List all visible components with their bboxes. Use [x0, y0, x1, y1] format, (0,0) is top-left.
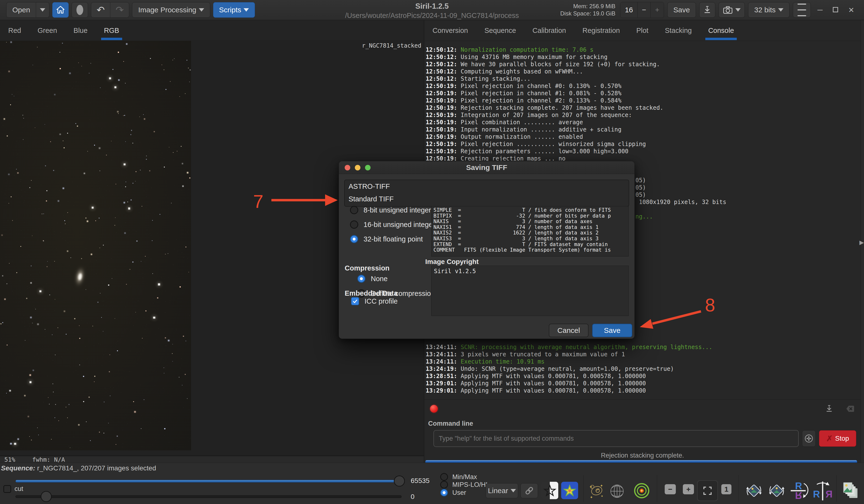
- console-line: 12:50:12: Using 43716 MB memory maximum …: [426, 53, 861, 61]
- menu-button[interactable]: [793, 2, 811, 18]
- negative-view-button[interactable]: [541, 482, 558, 499]
- radio-icon[interactable]: [440, 489, 448, 496]
- sequence-frames-button[interactable]: [841, 481, 860, 501]
- mode-mips-lo-hi[interactable]: MIPS-LO/HI: [440, 481, 488, 489]
- annotations-button[interactable]: [587, 480, 605, 501]
- command-input-row: ✗ Stop: [424, 427, 861, 447]
- zoom-100-button[interactable]: 1: [721, 484, 731, 494]
- save-button[interactable]: Save: [667, 2, 696, 18]
- tab-registration[interactable]: Registration: [574, 20, 628, 41]
- clear-console-icon[interactable]: [845, 404, 855, 413]
- flip-horizontal-button[interactable]: R Я: [812, 480, 833, 502]
- tab-calibration[interactable]: Calibration: [524, 20, 574, 41]
- icc-checkbox[interactable]: [351, 297, 359, 305]
- radio-icon[interactable]: [440, 481, 448, 489]
- icc-profile-option[interactable]: ICC profile: [351, 297, 398, 305]
- copyright-textarea[interactable]: Siril v1.2.5: [431, 266, 629, 316]
- maximize-icon: [833, 7, 838, 12]
- radio-icon[interactable]: [350, 206, 358, 214]
- svg-text:R: R: [795, 481, 802, 491]
- zoom-fit-button[interactable]: [697, 480, 718, 501]
- tab-plot[interactable]: Plot: [628, 20, 657, 41]
- zoom-in-button[interactable]: +: [683, 484, 694, 494]
- cancel-button[interactable]: Cancel: [549, 324, 588, 337]
- console-line: 12:50:19: Pixel rejection ........... wi…: [426, 140, 861, 148]
- progress-status: Rejection stacking complete.: [424, 451, 861, 459]
- open-recent-dropdown[interactable]: [36, 2, 49, 18]
- open-button[interactable]: Open: [6, 2, 36, 18]
- false-color-button[interactable]: [561, 482, 578, 499]
- image-processing-menu[interactable]: Image Processing: [132, 2, 210, 18]
- command-input[interactable]: [433, 430, 799, 447]
- thread-minus-button[interactable]: −: [638, 2, 651, 18]
- selection-button[interactable]: [72, 2, 88, 18]
- lo-slider-handle[interactable]: [41, 491, 52, 502]
- option-none[interactable]: None: [357, 274, 387, 283]
- rotate-cw-button[interactable]: [767, 481, 787, 501]
- minimize-button[interactable]: ─: [814, 6, 826, 14]
- panel-expander-strip[interactable]: ▶: [861, 20, 864, 463]
- undo-button[interactable]: ↶: [91, 2, 110, 18]
- option-16-bit-unsigned-integer[interactable]: 16-bit unsigned integer: [350, 220, 435, 229]
- option-8-bit-unsigned-integer[interactable]: 8-bit unsigned integer: [350, 206, 431, 214]
- cut-checkbox[interactable]: [3, 485, 11, 493]
- dialog-titlebar[interactable]: Saving TIFF: [339, 161, 634, 174]
- format-item[interactable]: Standard TIFF: [345, 193, 629, 205]
- thread-count-spinner[interactable]: 16 − +: [620, 2, 664, 18]
- stretch-dropdown[interactable]: Linear: [486, 483, 518, 498]
- close-button[interactable]: ✕: [845, 6, 858, 14]
- save-as-button[interactable]: [699, 2, 715, 18]
- tab-conversion[interactable]: Conversion: [424, 20, 476, 41]
- stop-button[interactable]: ✗ Stop: [819, 430, 856, 447]
- dialog-minimize-light[interactable]: [355, 165, 360, 170]
- radio-icon[interactable]: [440, 473, 448, 481]
- record-button[interactable]: [430, 405, 438, 413]
- dialog-zoom-light[interactable]: [365, 165, 371, 170]
- check-icon: [352, 298, 358, 304]
- dialog-save-button[interactable]: Save: [592, 324, 632, 337]
- rotate-ccw-button[interactable]: [744, 481, 764, 501]
- link-channels-button[interactable]: [520, 483, 538, 498]
- bit-depth-dropdown[interactable]: 32 bits: [748, 2, 789, 18]
- flip-vertical-button[interactable]: R R: [790, 480, 809, 502]
- stars-layer: [0, 41, 0, 41]
- siril-window: Open ↶ ↷ Image Processing Scripts Siril-…: [0, 0, 864, 504]
- scripts-menu[interactable]: Scripts: [213, 2, 255, 18]
- photometry-button[interactable]: [633, 482, 650, 499]
- console-line: 13:28:51: Applying MTF with values 0.000…: [426, 372, 861, 380]
- radio-icon[interactable]: [350, 220, 358, 229]
- tab-green[interactable]: Green: [29, 20, 65, 41]
- maximize-button[interactable]: [829, 6, 841, 14]
- image-copyright-header: Image Copyright: [425, 258, 479, 266]
- mode-user[interactable]: User: [440, 489, 466, 496]
- command-helper-button[interactable]: [802, 430, 816, 447]
- console-line: 13:29:01: Applying MTF with values 0.000…: [426, 387, 861, 394]
- tab-stacking[interactable]: Stacking: [657, 20, 700, 41]
- galaxy-sparkle-icon: [588, 481, 605, 500]
- astrometry-button[interactable]: [610, 484, 625, 499]
- mode-min-max[interactable]: Min/Max: [440, 473, 477, 481]
- format-item[interactable]: ASTRO-TIFF: [345, 180, 629, 193]
- redo-button[interactable]: ↷: [110, 2, 129, 18]
- option-32-bit-floating-point[interactable]: 32-bit floating point: [350, 235, 423, 243]
- export-log-icon[interactable]: [825, 404, 833, 413]
- zoom-out-button[interactable]: −: [665, 484, 676, 494]
- radio-icon[interactable]: [350, 235, 358, 243]
- lo-slider[interactable]: [15, 495, 401, 498]
- tab-rgb[interactable]: RGB: [96, 20, 128, 41]
- snapshot-button[interactable]: [719, 2, 745, 18]
- dialog-close-light[interactable]: [345, 165, 350, 170]
- hi-slider-handle[interactable]: [394, 476, 405, 487]
- radio-icon[interactable]: [357, 274, 365, 283]
- home-button[interactable]: [52, 2, 69, 18]
- tab-blue[interactable]: Blue: [65, 20, 96, 41]
- channel-tabs: RedGreenBlueRGB: [0, 20, 424, 41]
- tab-sequence[interactable]: Sequence: [476, 20, 524, 41]
- thread-plus-button[interactable]: +: [651, 2, 664, 18]
- save-as-icon: [703, 5, 712, 14]
- tab-console[interactable]: Console: [700, 20, 742, 41]
- tab-red[interactable]: Red: [0, 20, 29, 41]
- undo-icon: ↶: [96, 4, 105, 15]
- console-line: 13:24:11: Execution time: 10.91 ms: [426, 358, 861, 365]
- fits-header-preview[interactable]: SIMPLE = T / file does conform to FITSBI…: [431, 206, 629, 257]
